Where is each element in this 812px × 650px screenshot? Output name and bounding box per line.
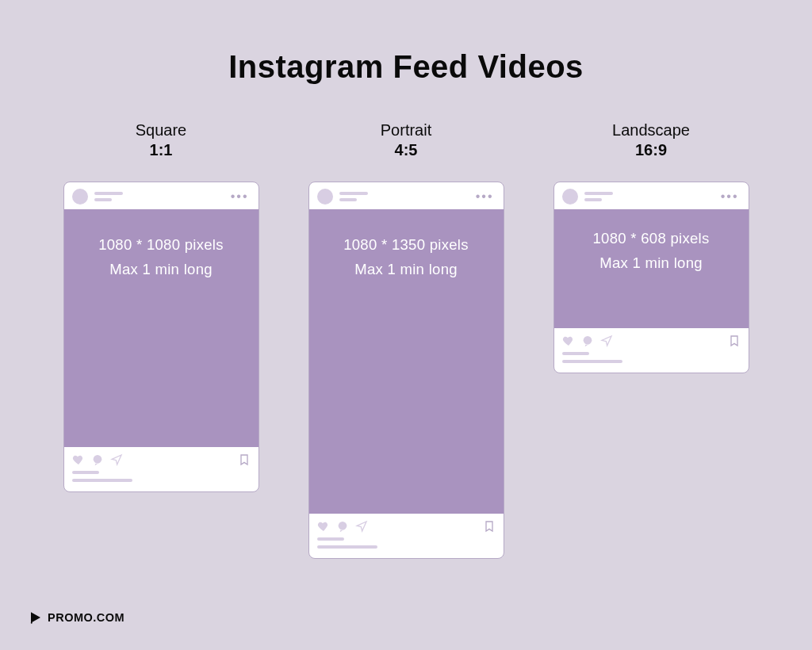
more-icon: •••	[476, 189, 496, 204]
media-area: 1080 * 1080 pixels Max 1 min long	[64, 209, 259, 447]
footer-line-placeholder	[562, 360, 622, 363]
media-area: 1080 * 608 pixels Max 1 min long	[554, 209, 749, 328]
post-footer	[64, 447, 259, 491]
header-text-placeholder	[94, 192, 123, 201]
bookmark-icon	[238, 453, 251, 466]
post-card: ••• 1080 * 1080 pixels Max 1 min long	[63, 182, 259, 492]
format-ratio: 1:1	[150, 141, 173, 159]
page-title: Instagram Feed Videos	[0, 49, 812, 85]
bookmark-icon	[728, 335, 741, 347]
post-footer	[554, 328, 749, 373]
format-square: Square 1:1 ••• 1080 * 1080 pixels Max 1 …	[63, 121, 259, 492]
format-ratio: 4:5	[395, 141, 418, 159]
footer-line-placeholder	[317, 537, 344, 541]
heart-icon	[72, 453, 85, 466]
avatar-icon	[562, 189, 578, 205]
format-name: Square	[136, 121, 187, 140]
promo-play-icon	[29, 610, 43, 625]
format-ratio: 16:9	[635, 141, 667, 159]
post-card: ••• 1080 * 608 pixels Max 1 min long	[553, 182, 749, 373]
format-name: Portrait	[381, 121, 431, 140]
more-icon: •••	[721, 189, 741, 204]
svg-point-0	[93, 455, 102, 464]
comment-icon	[336, 520, 349, 533]
post-footer	[309, 514, 504, 558]
share-icon	[600, 335, 613, 347]
comment-icon	[581, 335, 594, 347]
more-icon: •••	[231, 189, 251, 204]
header-text-placeholder	[584, 192, 613, 201]
dimensions-text: 1080 * 1350 pixels	[343, 233, 469, 258]
format-portrait: Portrait 4:5 ••• 1080 * 1350 pixels Max …	[308, 121, 504, 559]
post-header: •••	[554, 182, 749, 209]
format-cards-row: Square 1:1 ••• 1080 * 1080 pixels Max 1 …	[0, 121, 812, 559]
svg-point-2	[583, 336, 592, 345]
header-text-placeholder	[339, 192, 368, 201]
post-header: •••	[309, 182, 504, 209]
format-name: Landscape	[612, 121, 690, 140]
format-landscape: Landscape 16:9 ••• 1080 * 608 pixels Max…	[553, 121, 749, 373]
post-card: ••• 1080 * 1350 pixels Max 1 min long	[308, 182, 504, 559]
share-icon	[110, 453, 123, 466]
footer-line-placeholder	[72, 471, 99, 474]
brand-logo: PROMO.COM	[29, 610, 124, 625]
heart-icon	[562, 335, 575, 347]
duration-text: Max 1 min long	[109, 258, 213, 282]
footer-line-placeholder	[562, 352, 589, 355]
brand-text: PROMO.COM	[48, 611, 124, 624]
footer-line-placeholder	[72, 479, 132, 482]
avatar-icon	[317, 189, 333, 205]
svg-point-3	[31, 622, 33, 624]
duration-text: Max 1 min long	[599, 251, 703, 276]
avatar-icon	[72, 189, 88, 205]
bookmark-icon	[483, 520, 496, 533]
footer-line-placeholder	[317, 545, 377, 549]
dimensions-text: 1080 * 608 pixels	[592, 227, 709, 251]
post-header: •••	[64, 182, 259, 209]
svg-point-1	[338, 522, 347, 530]
media-area: 1080 * 1350 pixels Max 1 min long	[309, 209, 504, 514]
duration-text: Max 1 min long	[354, 258, 458, 282]
dimensions-text: 1080 * 1080 pixels	[98, 233, 224, 258]
share-icon	[355, 520, 368, 533]
comment-icon	[91, 453, 104, 466]
heart-icon	[317, 520, 330, 533]
